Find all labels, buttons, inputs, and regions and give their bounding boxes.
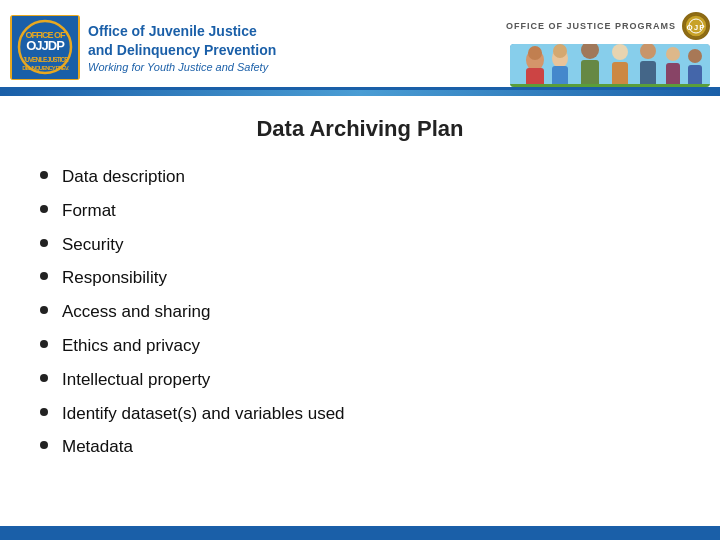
bullet-dot-icon <box>40 441 48 449</box>
bullet-list: Data descriptionFormatSecurityResponsibi… <box>40 160 680 464</box>
list-item-text: Format <box>62 199 116 223</box>
photo-strip <box>510 44 710 87</box>
list-item-text: Metadata <box>62 435 133 459</box>
svg-text:DELINQUENCY PREV.: DELINQUENCY PREV. <box>22 65 69 71</box>
bullet-dot-icon <box>40 306 48 314</box>
ojp-label: Office of Justice Programs <box>506 21 676 31</box>
bullet-dot-icon <box>40 340 48 348</box>
list-item-text: Identify dataset(s) and variables used <box>62 402 345 426</box>
list-item: Ethics and privacy <box>40 329 680 363</box>
header-right: Office of Justice Programs OJP <box>506 8 710 87</box>
bullet-dot-icon <box>40 272 48 280</box>
svg-point-11 <box>528 46 542 60</box>
list-item-text: Security <box>62 233 123 257</box>
bullet-dot-icon <box>40 408 48 416</box>
svg-point-18 <box>612 44 628 60</box>
svg-point-22 <box>666 47 680 61</box>
ojjdp-tagline: Working for Youth Justice and Safety <box>88 61 276 73</box>
list-item-text: Access and sharing <box>62 300 210 324</box>
ojp-logo: Office of Justice Programs OJP <box>506 12 710 40</box>
list-item: Metadata <box>40 430 680 464</box>
svg-text:JUVENILE JUSTICE: JUVENILE JUSTICE <box>22 56 69 63</box>
ojjdp-badge-svg: OFFICE OF OJJDP JUVENILE JUSTICE DELINQU… <box>12 16 78 79</box>
list-item-text: Ethics and privacy <box>62 334 200 358</box>
svg-text:OJP: OJP <box>686 23 705 32</box>
list-item: Identify dataset(s) and variables used <box>40 397 680 431</box>
slide-page: OFFICE OF OJJDP JUVENILE JUSTICE DELINQU… <box>0 0 720 540</box>
list-item-text: Data description <box>62 165 185 189</box>
people-photo-svg <box>510 44 710 87</box>
svg-rect-21 <box>640 61 656 88</box>
header: OFFICE OF OJJDP JUVENILE JUSTICE DELINQU… <box>0 0 720 90</box>
svg-point-24 <box>688 49 702 63</box>
ojjdp-org-line1: Office of Juvenile Justice <box>88 22 276 40</box>
bullet-dot-icon <box>40 239 48 247</box>
slide-title: Data Archiving Plan <box>40 116 680 142</box>
bottom-bar <box>0 526 720 540</box>
list-item: Intellectual property <box>40 363 680 397</box>
bullet-dot-icon <box>40 374 48 382</box>
list-item-text: Responsibility <box>62 266 167 290</box>
svg-point-14 <box>553 44 567 58</box>
ojjdp-text-block: Office of Juvenile Justice and Delinquen… <box>88 22 276 72</box>
ojjdp-badge: OFFICE OF OJJDP JUVENILE JUSTICE DELINQU… <box>10 15 80 80</box>
list-item: Access and sharing <box>40 295 680 329</box>
ojjdp-org-line2: and Delinquency Prevention <box>88 41 276 59</box>
list-item: Security <box>40 228 680 262</box>
bullet-dot-icon <box>40 171 48 179</box>
list-item: Responsibility <box>40 261 680 295</box>
main-content: Data Archiving Plan Data descriptionForm… <box>0 96 720 474</box>
bullet-dot-icon <box>40 205 48 213</box>
svg-rect-26 <box>510 84 710 88</box>
ojp-seal-icon: OJP <box>682 12 710 40</box>
list-item-text: Intellectual property <box>62 368 210 392</box>
list-item: Format <box>40 194 680 228</box>
header-left: OFFICE OF OJJDP JUVENILE JUSTICE DELINQU… <box>10 15 276 80</box>
svg-rect-17 <box>581 60 599 88</box>
svg-rect-19 <box>612 62 628 88</box>
ojjdp-logo: OFFICE OF OJJDP JUVENILE JUSTICE DELINQU… <box>10 15 276 80</box>
list-item: Data description <box>40 160 680 194</box>
svg-rect-23 <box>666 63 680 88</box>
svg-text:OJJDP: OJJDP <box>26 38 65 53</box>
